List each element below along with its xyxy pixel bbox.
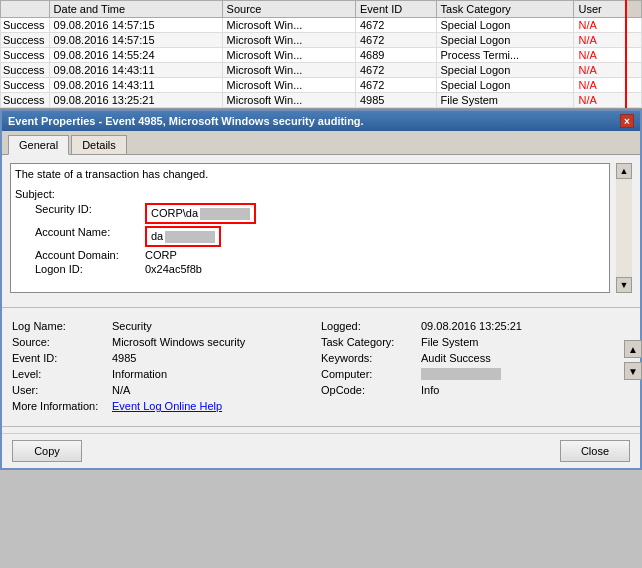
level-value: Information — [112, 368, 167, 380]
user-cell: N/A — [574, 33, 626, 48]
datetime-cell: 09.08.2016 14:55:24 — [49, 48, 222, 63]
logged-value: 09.08.2016 13:25:21 — [421, 320, 522, 332]
event-properties-dialog: Event Properties - Event 4985, Microsoft… — [0, 109, 642, 470]
event-id-value: 4985 — [112, 352, 136, 364]
computer-row: Computer: — [321, 368, 630, 380]
subject-fields: Security ID: CORP\da Account Name: da Ac… — [35, 203, 605, 275]
event-table: Date and Time Source Event ID Task Categ… — [0, 0, 642, 108]
dialog-button-bar: Copy Close — [2, 433, 640, 468]
row-pad — [626, 78, 642, 93]
log-name-row: Log Name: Security — [12, 320, 321, 332]
user-cell: N/A — [574, 18, 626, 33]
col-header-ds[interactable] — [1, 1, 50, 18]
divider-line — [2, 307, 640, 308]
category-cell: Process Termi... — [436, 48, 574, 63]
datetime-cell: 09.08.2016 14:57:15 — [49, 18, 222, 33]
datetime-cell: 09.08.2016 14:57:15 — [49, 33, 222, 48]
tab-details[interactable]: Details — [71, 135, 127, 154]
table-row[interactable]: Success 09.08.2016 13:25:21 Microsoft Wi… — [1, 93, 642, 108]
result-cell: Success — [1, 93, 50, 108]
logon-id-row: Logon ID: 0x24ac5f8b — [35, 263, 605, 275]
eventid-cell: 4689 — [355, 48, 436, 63]
scroll-up-btn[interactable]: ▲ — [616, 163, 632, 179]
source-cell: Microsoft Win... — [222, 93, 355, 108]
security-id-row: Security ID: CORP\da — [35, 203, 605, 224]
scroll-down-arrow[interactable]: ▼ — [624, 362, 642, 380]
opcode-value: Info — [421, 384, 439, 396]
event-description-text: The state of a transaction has changed. — [15, 168, 605, 180]
source-row: Source: Microsoft Windows security — [12, 336, 321, 348]
security-id-value: CORP\da — [145, 203, 256, 224]
source-cell: Microsoft Win... — [222, 78, 355, 93]
table-row[interactable]: Success 09.08.2016 14:43:11 Microsoft Wi… — [1, 78, 642, 93]
security-id-text: CORP\da — [151, 207, 198, 219]
event-list-section: Date and Time Source Event ID Task Categ… — [0, 0, 642, 109]
event-description-area: The state of a transaction has changed. … — [10, 163, 610, 293]
source-cell: Microsoft Win... — [222, 48, 355, 63]
eventid-cell: 4672 — [355, 78, 436, 93]
result-cell: Success — [1, 78, 50, 93]
table-row[interactable]: Success 09.08.2016 14:57:15 Microsoft Wi… — [1, 18, 642, 33]
security-id-redacted — [200, 208, 250, 220]
eventid-cell: 4985 — [355, 93, 436, 108]
event-log-online-help-link[interactable]: Event Log Online Help — [112, 400, 222, 412]
eventid-cell: 4672 — [355, 63, 436, 78]
source-value: Microsoft Windows security — [112, 336, 245, 348]
row-pad — [626, 18, 642, 33]
copy-button[interactable]: Copy — [12, 440, 82, 462]
log-name-label: Log Name: — [12, 320, 112, 332]
info-grid: Log Name: Security Logged: 09.08.2016 13… — [12, 320, 630, 414]
col-header-category[interactable]: Task Category — [436, 1, 574, 18]
datetime-cell: 09.08.2016 13:25:21 — [49, 93, 222, 108]
user-label: User: — [12, 384, 112, 396]
user-cell: N/A — [574, 93, 626, 108]
subject-label: Subject: — [15, 188, 605, 200]
close-button[interactable]: Close — [560, 440, 630, 462]
col-header-eventid[interactable]: Event ID — [355, 1, 436, 18]
account-name-label: Account Name: — [35, 226, 145, 247]
more-info-link-container: Event Log Online Help — [112, 400, 222, 412]
col-header-datetime[interactable]: Date and Time — [49, 1, 222, 18]
account-domain-label: Account Domain: — [35, 249, 145, 261]
scroll-up-arrow[interactable]: ▲ — [624, 340, 642, 358]
col-header-source[interactable]: Source — [222, 1, 355, 18]
logged-row: Logged: 09.08.2016 13:25:21 — [321, 320, 630, 332]
row-pad — [626, 48, 642, 63]
bottom-divider — [2, 426, 640, 427]
computer-label: Computer: — [321, 368, 421, 380]
category-cell: File System — [436, 93, 574, 108]
account-domain-value: CORP — [145, 249, 177, 261]
scroll-down-btn[interactable]: ▼ — [616, 277, 632, 293]
table-row[interactable]: Success 09.08.2016 14:55:24 Microsoft Wi… — [1, 48, 642, 63]
event-id-label: Event ID: — [12, 352, 112, 364]
account-name-row: Account Name: da — [35, 226, 605, 247]
category-cell: Special Logon — [436, 33, 574, 48]
result-cell: Success — [1, 18, 50, 33]
dialog-tabs-bar: General Details — [2, 131, 640, 155]
row-pad — [626, 93, 642, 108]
dialog-titlebar: Event Properties - Event 4985, Microsoft… — [2, 111, 640, 131]
task-category-value: File System — [421, 336, 478, 348]
scroll-track — [616, 179, 632, 277]
table-row[interactable]: Success 09.08.2016 14:43:11 Microsoft Wi… — [1, 63, 642, 78]
col-header-user[interactable]: User — [574, 1, 626, 18]
task-category-label: Task Category: — [321, 336, 421, 348]
more-info-label: More Information: — [12, 400, 112, 412]
logged-label: Logged: — [321, 320, 421, 332]
result-cell: Success — [1, 48, 50, 63]
category-cell: Special Logon — [436, 63, 574, 78]
account-name-redacted — [165, 231, 215, 243]
logon-id-label: Logon ID: — [35, 263, 145, 275]
account-domain-row: Account Domain: CORP — [35, 249, 605, 261]
level-row: Level: Information — [12, 368, 321, 380]
text-area-scrollbar[interactable]: ▲ ▼ — [616, 163, 632, 293]
source-cell: Microsoft Win... — [222, 18, 355, 33]
dialog-title: Event Properties - Event 4985, Microsoft… — [8, 115, 364, 127]
keywords-value: Audit Success — [421, 352, 491, 364]
dialog-close-button[interactable]: × — [620, 114, 634, 128]
tab-general[interactable]: General — [8, 135, 69, 155]
keywords-label: Keywords: — [321, 352, 421, 364]
table-row[interactable]: Success 09.08.2016 14:57:15 Microsoft Wi… — [1, 33, 642, 48]
log-name-value: Security — [112, 320, 152, 332]
computer-value — [421, 368, 501, 380]
